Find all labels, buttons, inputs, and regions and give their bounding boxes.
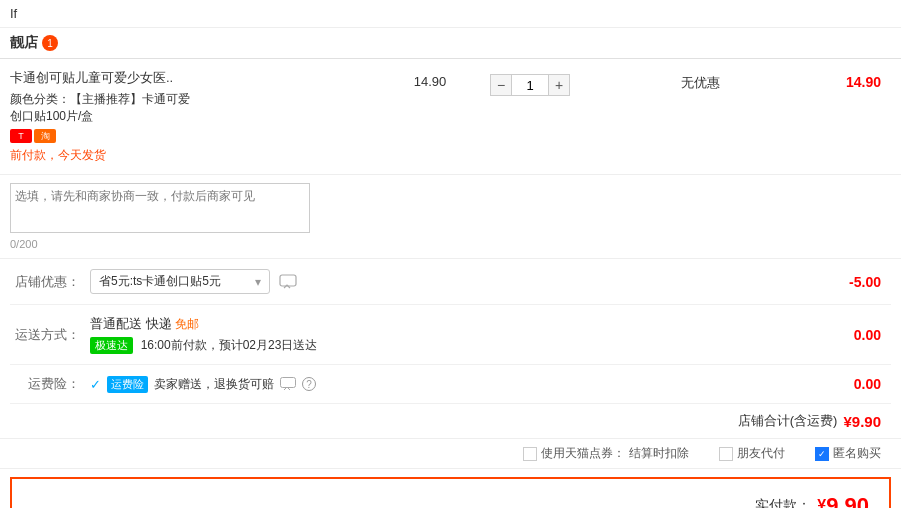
qty-input[interactable]: [512, 74, 548, 96]
payment-symbol: ¥: [817, 497, 826, 508]
insurance-content: ✓ 运费险 卖家赠送，退换货可赔 ?: [90, 376, 831, 393]
insurance-amount: 0.00: [831, 376, 891, 392]
top-hint: If: [0, 0, 901, 28]
product-price: 14.90: [390, 69, 470, 89]
friend-pay-checkbox[interactable]: [719, 447, 733, 461]
product-delivery-tag: 前付款，今天发货: [10, 147, 390, 164]
tmall-icon: T: [10, 129, 32, 143]
notes-count: 0/200: [10, 238, 390, 250]
product-spec: 颜色分类：【主播推荐】卡通可爱 创口贴100片/盒: [10, 91, 390, 125]
page-container: If 靓店 1 卡通创可贴儿童可爱少女医.. 颜色分类：【主播推荐】卡通可爱 创…: [0, 0, 901, 508]
coupon-row: 店铺优惠： 省5元:ts卡通创口贴5元 ▾ -5.00: [10, 259, 891, 305]
shipping-label: 运送方式：: [10, 326, 90, 344]
shop-name: 靓店: [10, 34, 38, 52]
svg-rect-0: [280, 275, 296, 286]
friend-pay-label: 朋友代付: [737, 445, 785, 462]
product-icons: T 淘: [10, 129, 390, 143]
insurance-label: 运费险：: [10, 375, 90, 393]
shipping-fast-row: 极速达 16:00前付款，预计02月23日送达: [90, 337, 317, 354]
coupon-content: 省5元:ts卡通创口贴5元 ▾: [90, 269, 831, 294]
tmall-points-label: 使用天猫点券：: [541, 445, 625, 462]
notes-row: 0/200: [0, 175, 901, 259]
svg-rect-1: [281, 378, 296, 388]
anon-label: 匿名购买: [833, 445, 881, 462]
coupon-select-text: 省5元:ts卡通创口贴5元: [99, 273, 249, 290]
payment-label: 实付款：: [755, 497, 811, 508]
tmall-points-checkbox[interactable]: [523, 447, 537, 461]
qty-plus-button[interactable]: +: [548, 74, 570, 96]
insurance-row: 运费险： ✓ 运费险 卖家赠送，退换货可赔 ? 0.00: [10, 365, 891, 404]
notes-left: 0/200: [10, 183, 390, 250]
insurance-row-inner: ✓ 运费险 卖家赠送，退换货可赔 ?: [90, 376, 316, 393]
totals-amount: ¥9.90: [843, 413, 881, 430]
product-spec-sub: 创口贴100片/盒: [10, 109, 93, 123]
shipping-row: 运送方式： 普通配送 快递 免邮 极速达 16:00前付款，预计02月23日送达…: [10, 305, 891, 365]
product-left: 卡通创可贴儿童可爱少女医.. 颜色分类：【主播推荐】卡通可爱 创口贴100片/盒…: [10, 69, 390, 164]
shipping-method-label: 普通配送 快递: [90, 316, 175, 331]
product-discount: 无优惠: [590, 69, 811, 92]
coupon-amount: -5.00: [831, 274, 891, 290]
coupon-select-dropdown[interactable]: 省5元:ts卡通创口贴5元 ▾: [90, 269, 270, 294]
insurance-desc: 卖家赠送，退换货可赔: [154, 376, 274, 393]
product-name: 卡通创可贴儿童可爱少女医..: [10, 69, 390, 87]
product-spec-label: 颜色分类：【主播推荐】卡通可爱: [10, 92, 190, 106]
friend-pay-option: 朋友代付: [719, 445, 785, 462]
totals-label: 店铺合计(含运费): [738, 412, 838, 430]
payment-amount: 9.90: [826, 493, 869, 508]
tmall-points-suffix: 结算时扣除: [629, 445, 689, 462]
shipping-row-inner: 普通配送 快递 免邮 极速达 16:00前付款，预计02月23日送达: [90, 315, 317, 354]
shop-header: 靓店 1: [0, 28, 901, 59]
options-row: 使用天猫点券： 结算时扣除 朋友代付 匿名购买: [0, 439, 901, 469]
shop-detail-section: 店铺优惠： 省5元:ts卡通创口贴5元 ▾ -5.00 运送方式：: [0, 259, 901, 404]
coupon-chat-icon[interactable]: [276, 270, 300, 294]
anon-checkbox[interactable]: [815, 447, 829, 461]
top-hint-text: If: [10, 6, 17, 21]
insurance-check-icon: ✓: [90, 377, 101, 392]
shipping-fast-tag: 极速达: [90, 337, 133, 354]
insurance-chat-icon[interactable]: [280, 377, 296, 391]
totals-row: 店铺合计(含运费) ¥9.90: [0, 404, 901, 439]
notes-textarea[interactable]: [10, 183, 310, 233]
shop-badge: 1: [42, 35, 58, 51]
coupon-chevron-down-icon: ▾: [255, 275, 261, 289]
coupon-label: 店铺优惠：: [10, 273, 90, 291]
shipping-free-label: 免邮: [175, 317, 199, 331]
product-row: 卡通创可贴儿童可爱少女医.. 颜色分类：【主播推荐】卡通可爱 创口贴100片/盒…: [0, 59, 901, 175]
product-qty: − +: [470, 69, 590, 96]
shipping-method-text: 普通配送 快递 免邮: [90, 315, 317, 333]
shipping-amount: 0.00: [831, 327, 891, 343]
product-subtotal: 14.90: [811, 69, 891, 90]
taobao-icon: 淘: [34, 129, 56, 143]
tmall-points-option: 使用天猫点券： 结算时扣除: [523, 445, 689, 462]
shipping-fast-note: 16:00前付款，预计02月23日送达: [141, 338, 318, 352]
insurance-info-icon[interactable]: ?: [302, 377, 316, 391]
insurance-tag-label: 运费险: [107, 376, 148, 393]
payment-footer: 实付款： ¥ 9.90: [10, 477, 891, 508]
shipping-content: 普通配送 快递 免邮 极速达 16:00前付款，预计02月23日送达: [90, 315, 831, 354]
anon-option: 匿名购买: [815, 445, 881, 462]
qty-minus-button[interactable]: −: [490, 74, 512, 96]
